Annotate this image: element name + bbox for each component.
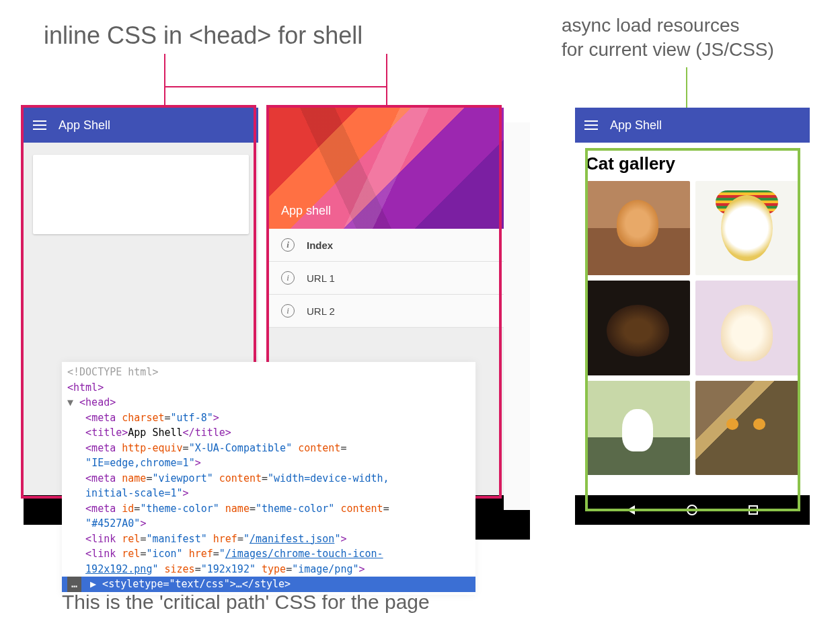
- cat-thumb[interactable]: [586, 381, 690, 475]
- code-line: <link rel="icon" href="/images/chrome-to…: [62, 546, 475, 562]
- code-line: <link rel="manifest" href="/manifest.jso…: [62, 532, 475, 547]
- list-item-label: Index: [307, 240, 333, 251]
- code-line-selected[interactable]: … ▶ <style type="text/css">…</style>: [62, 577, 475, 592]
- label-async-load: async load resources for current view (J…: [562, 13, 774, 63]
- phone-right: App Shell Cat gallery: [575, 108, 810, 525]
- connector-pink-right-v: [386, 54, 387, 108]
- appbar-title-left: App Shell: [59, 118, 110, 133]
- devtools-code: <!DOCTYPE html> <<html>html> ▼ <head> <m…: [62, 362, 475, 595]
- gallery-title: Cat gallery: [586, 153, 799, 174]
- empty-card: [33, 155, 249, 234]
- cat-thumb[interactable]: [586, 181, 690, 275]
- list-item-label: URL 2: [307, 305, 335, 317]
- info-icon: i: [281, 304, 295, 318]
- cat-thumb[interactable]: [695, 181, 800, 275]
- appbar-right: App Shell: [575, 108, 810, 143]
- code-line: ▼ <head>: [62, 395, 475, 410]
- gallery-content: Cat gallery: [586, 153, 799, 495]
- nav-list: i Index i URL 1 i URL 2: [269, 229, 504, 328]
- cat-thumb[interactable]: [586, 281, 690, 375]
- gallery-grid: [586, 181, 799, 475]
- appbar-left: App Shell: [24, 108, 258, 143]
- code-line: initial-scale=1">: [62, 486, 475, 501]
- label-async-l2: for current view (JS/CSS): [562, 39, 774, 60]
- list-item[interactable]: i URL 1: [269, 262, 504, 295]
- code-line: <meta http-equiv="X-UA-Compatible" conte…: [62, 441, 475, 456]
- list-item[interactable]: i Index: [269, 229, 504, 262]
- info-icon: i: [281, 271, 295, 285]
- hamburger-icon[interactable]: [584, 120, 598, 130]
- list-item-label: URL 1: [307, 272, 335, 284]
- code-line: <meta id="theme-color" name="theme-color…: [62, 501, 475, 517]
- connector-pink-h: [164, 86, 386, 87]
- hamburger-icon[interactable]: [33, 120, 46, 130]
- cat-thumb[interactable]: [695, 381, 800, 475]
- screen-right: App Shell Cat gallery: [575, 108, 810, 495]
- info-icon: i: [281, 238, 295, 252]
- code-line: <meta name="viewport" content="width=dev…: [62, 471, 475, 486]
- code-line: "#4527A0">: [62, 516, 475, 532]
- code-line: <meta charset="utf-8">: [62, 410, 475, 426]
- connector-pink-left-v: [164, 54, 165, 108]
- code-line: <!DOCTYPE html>: [62, 365, 475, 380]
- label-inline-css: inline CSS in <head> for shell: [44, 20, 362, 52]
- nav-home-icon[interactable]: [687, 505, 697, 515]
- appbar-title-right: App Shell: [610, 118, 662, 133]
- list-item[interactable]: i URL 2: [269, 295, 504, 328]
- code-line: <title>App Shell</title>: [62, 425, 475, 441]
- nav-recent-icon[interactable]: [749, 505, 758, 515]
- android-navbar-right: [575, 495, 810, 525]
- nav-back-icon[interactable]: [627, 505, 635, 515]
- code-line: <<html>html>: [62, 380, 475, 396]
- code-line: 192x192.png" sizes="192x192" type="image…: [62, 562, 475, 577]
- code-line: "IE=edge,chrome=1">: [62, 455, 475, 471]
- hero-title: App shell: [281, 204, 331, 218]
- label-async-l1: async load resources: [562, 15, 740, 36]
- cat-thumb[interactable]: [695, 281, 800, 375]
- hero-banner: App shell: [269, 108, 504, 229]
